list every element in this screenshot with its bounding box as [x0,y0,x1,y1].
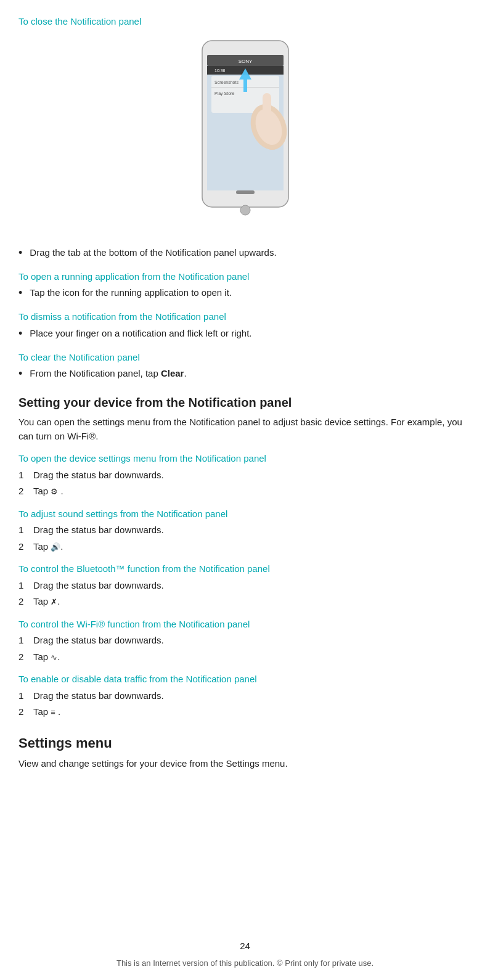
heading-open-settings: To open the device settings menu from th… [18,452,472,466]
step-open-settings-1: 1 Drag the status bar downwards. [18,468,472,483]
step-wifi-1: 1 Drag the status bar downwards. [18,634,472,648]
setting-device-description: You can open the settings menu from the … [18,415,472,443]
clear-word: Clear [161,368,184,378]
svg-point-16 [240,205,250,215]
step-open-settings-1-text: Drag the status bar downwards. [33,468,164,483]
step-bluetooth-2: 2 Tap ✗. [18,595,472,609]
heading-adjust-sound: To adjust sound settings from the Notifi… [18,507,472,521]
heading-settings-menu: Settings menu [18,733,472,753]
step-sound-1: 1 Drag the status bar downwards. [18,523,472,537]
bullet-open-app-text: Tap the icon for the running application… [30,286,232,300]
svg-rect-17 [236,190,255,194]
page-container: To close the Notification panel SONY 10:… [0,0,490,980]
step-wifi-2: 2 Tap ∿. [18,650,472,664]
data-icon: ≡ [51,706,55,719]
bullet-clear-text: From the Notification panel, tap Clear. [30,367,186,381]
dismiss-notification-bullets: • Place your finger on a notification an… [18,327,472,342]
bluetooth-icon: ✗ [51,596,57,608]
step-wifi-2-text: Tap ∿. [33,650,60,664]
bullet-dot-4: • [18,365,22,382]
heading-clear-panel: To clear the Notification panel [18,351,472,365]
bullet-dismiss-text: Place your finger on a notification and … [30,327,251,341]
step-num-wifi-1: 1 [18,634,27,648]
data-traffic-steps: 1 Drag the status bar downwards. 2 Tap ≡… [18,689,472,719]
step-num-bt-2: 2 [18,595,27,609]
heading-open-running-app: To open a running application from the N… [18,270,472,284]
adjust-sound-steps: 1 Drag the status bar downwards. 2 Tap 🔊… [18,523,472,553]
step-open-settings-2: 2 Tap ⚙ . [18,484,472,499]
step-bluetooth-1: 1 Drag the status bar downwards. [18,579,472,593]
step-data-2: 2 Tap ≡ . [18,705,472,719]
step-num-2: 2 [18,484,27,499]
bullet-dot-3: • [18,325,22,342]
svg-rect-15 [263,93,271,105]
step-num-bt-1: 1 [18,579,27,593]
bullet-clear: • From the Notification panel, tap Clear… [18,367,472,382]
step-bluetooth-2-text: Tap ✗. [33,595,60,609]
step-sound-1-text: Drag the status bar downwards. [33,523,164,537]
page-number: 24 [0,939,490,953]
settings-icon: ⚙ [51,486,58,498]
svg-text:10:36: 10:36 [214,68,226,73]
step-num-wifi-2: 2 [18,650,27,664]
bluetooth-steps: 1 Drag the status bar downwards. 2 Tap ✗… [18,579,472,609]
open-running-app-bullets: • Tap the icon for the running applicati… [18,286,472,301]
bullet-drag-tab: • Drag the tab at the bottom of the Noti… [18,246,472,261]
bullet-dismiss: • Place your finger on a notification an… [18,327,472,342]
step-sound-2: 2 Tap 🔊. [18,540,472,554]
step-num-1: 1 [18,468,27,483]
heading-dismiss-notification: To dismiss a notification from the Notif… [18,310,472,324]
step-num-data-1: 1 [18,689,27,703]
wifi-icon: ∿ [51,651,57,664]
phone-image-container: SONY 10:36 Screenshots Play Store [18,38,472,235]
bullet-dot-2: • [18,285,22,301]
close-panel-bullets: • Drag the tab at the bottom of the Noti… [18,246,472,261]
svg-text:Screenshots: Screenshots [214,80,239,84]
step-sound-2-text: Tap 🔊. [33,540,63,554]
heading-wifi: To control the Wi-Fi® function from the … [18,618,472,632]
svg-text:Play Store: Play Store [214,91,234,96]
step-bluetooth-1-text: Drag the status bar downwards. [33,579,164,593]
open-settings-steps: 1 Drag the status bar downwards. 2 Tap ⚙… [18,468,472,499]
bullet-open-app: • Tap the icon for the running applicati… [18,286,472,301]
footer-note: This is an Internet version of this publ… [0,957,490,970]
step-open-settings-2-text: Tap ⚙ . [33,484,63,499]
svg-text:SONY: SONY [238,59,252,64]
bullet-drag-tab-text: Drag the tab at the bottom of the Notifi… [30,246,276,260]
clear-panel-bullets: • From the Notification panel, tap Clear… [18,367,472,382]
heading-setting-device: Setting your device from the Notificatio… [18,393,472,412]
step-data-1-text: Drag the status bar downwards. [33,689,164,703]
heading-bluetooth: To control the Bluetooth™ function from … [18,562,472,576]
step-data-1: 1 Drag the status bar downwards. [18,689,472,703]
bullet-dot: • [18,245,22,261]
step-num-sound-2: 2 [18,540,27,554]
step-data-2-text: Tap ≡ . [33,705,60,719]
page-footer: 24 This is an Internet version of this p… [0,939,490,969]
step-wifi-1-text: Drag the status bar downwards. [33,634,164,648]
heading-data-traffic: To enable or disable data traffic from t… [18,672,472,687]
step-num-data-2: 2 [18,705,27,719]
step-num-sound-1: 1 [18,523,27,537]
settings-menu-description: View and change settings for your device… [18,757,472,771]
wifi-steps: 1 Drag the status bar downwards. 2 Tap ∿… [18,634,472,664]
sound-icon: 🔊 [51,541,60,553]
heading-close-panel: To close the Notification panel [18,15,472,29]
phone-image: SONY 10:36 Screenshots Play Store [178,38,313,235]
